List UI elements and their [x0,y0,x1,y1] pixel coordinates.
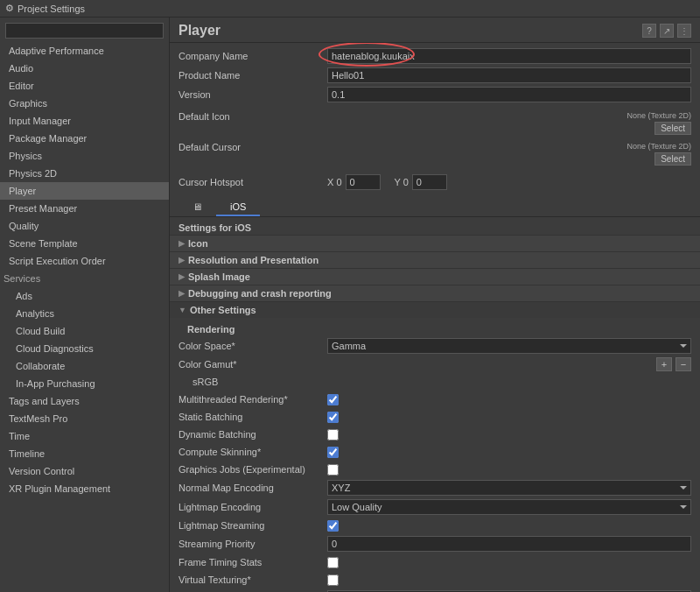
sidebar-item-time[interactable]: Time [0,427,169,445]
sidebar-item-preset-manager[interactable]: Preset Manager [0,200,169,217]
header-icons: ? ↗ ⋮ [642,24,691,38]
add-gamut-btn[interactable]: + [656,357,672,371]
company-name-section: Company Name Product Name Version [170,43,700,108]
other-settings-header[interactable]: ▼ Other Settings [170,301,700,318]
default-icon-label: Default Icon [178,111,327,122]
sidebar-item-textmesh-pro[interactable]: TextMesh Pro [0,410,169,427]
color-space-label: Color Space* [178,341,327,351]
other-settings-arrow: ▼ [178,306,186,314]
rendering-title: Rendering [178,321,691,336]
sidebar-item-input-manager[interactable]: Input Manager [0,112,169,130]
scrollable-content: Company Name Product Name Version Defaul… [170,43,700,592]
menu-icon[interactable]: ⋮ [677,24,691,38]
sidebar-item-xr-plugin[interactable]: XR Plugin Management [0,480,169,497]
cursor-hotspot-y-input[interactable] [412,174,447,190]
pc-icon: 🖥 [192,201,202,212]
default-icon-texture: None (Texture 2D) [626,111,691,120]
sidebar-item-services[interactable]: Services [0,270,169,287]
sidebar: Adaptive Performance Audio Editor Graphi… [0,18,170,592]
graphics-jobs-checkbox[interactable] [327,464,339,476]
sidebar-item-physics-2d[interactable]: Physics 2D [0,165,169,182]
icon-section-label: Icon [188,238,208,249]
default-cursor-select-btn[interactable]: Select [654,152,691,166]
other-settings-content: Rendering Color Space* Gamma Linear Colo… [170,318,700,592]
tab-ios[interactable]: iOS [216,199,260,216]
sidebar-item-tags-layers[interactable]: Tags and Layers [0,392,169,410]
dynamic-batching-checkbox[interactable] [327,429,339,440]
cursor-hotspot-row: Cursor Hotspot X 0 Y 0 [178,173,691,192]
tab-pc[interactable]: 🖥 [178,199,216,216]
sidebar-search-input[interactable] [5,23,164,39]
company-name-input[interactable] [327,48,691,64]
color-space-row: Color Space* Gamma Linear [178,336,691,356]
lightmap-streaming-checkbox[interactable] [327,520,339,532]
sidebar-item-ads[interactable]: Ads [0,287,169,305]
sidebar-item-analytics[interactable]: Analytics [0,305,169,322]
company-name-label: Company Name [178,51,327,61]
title-bar-label: Project Settings [18,4,85,14]
remove-gamut-btn[interactable]: − [676,357,691,371]
content-area: Player ? ↗ ⋮ Company Name Product Name [170,18,700,592]
lightmap-encoding-select[interactable]: Low Quality Normal Quality High Quality [327,499,691,515]
cursor-hotspot-x-input[interactable] [346,174,381,190]
default-icon-row: Default Icon None (Texture 2D) Select [170,108,700,138]
frame-timing-checkbox[interactable] [327,557,339,568]
compute-skinning-checkbox[interactable] [327,447,339,458]
default-cursor-controls: None (Texture 2D) Select [626,142,691,166]
sidebar-item-cloud-diagnostics[interactable]: Cloud Diagnostics [0,340,169,357]
normal-map-select[interactable]: XYZ DXT5nm-style [327,480,691,496]
cursor-hotspot-y-label: Y 0 [395,177,409,187]
title-bar: ⚙ Project Settings [0,0,700,18]
sidebar-item-audio[interactable]: Audio [0,60,169,77]
sidebar-item-physics[interactable]: Physics [0,147,169,165]
product-name-label: Product Name [178,70,327,81]
default-icon-select-btn[interactable]: Select [654,122,691,135]
lightmap-encoding-label: Lightmap Encoding [178,502,327,512]
popout-icon[interactable]: ↗ [660,24,674,38]
dynamic-batching-row: Dynamic Batching [178,426,691,443]
shader-precision-row: Shader precision model* Use platform def… [178,588,691,592]
sidebar-item-version-control[interactable]: Version Control [0,462,169,480]
resolution-section-header[interactable]: ▶ Resolution and Presentation [170,251,700,268]
platform-tabs: 🖥 iOS [170,199,700,217]
sidebar-item-quality[interactable]: Quality [0,217,169,235]
content-header: Player ? ↗ ⋮ [170,18,700,43]
version-input[interactable] [327,87,691,102]
color-gamut-controls: + − [327,357,691,371]
compute-skinning-row: Compute Skinning* [178,443,691,461]
streaming-priority-input[interactable] [327,536,691,552]
sidebar-item-adaptive-performance[interactable]: Adaptive Performance [0,42,169,60]
ios-tab-label: iOS [230,201,246,212]
sidebar-item-timeline[interactable]: Timeline [0,445,169,462]
default-cursor-texture: None (Texture 2D) [626,142,691,151]
sidebar-item-cloud-build[interactable]: Cloud Build [0,322,169,340]
sidebar-item-package-manager[interactable]: Package Manager [0,130,169,147]
product-name-input[interactable] [327,67,691,83]
sidebar-item-editor[interactable]: Editor [0,77,169,95]
sidebar-item-script-execution[interactable]: Script Execution Order [0,252,169,270]
sidebar-item-scene-template[interactable]: Scene Template [0,235,169,252]
srgb-row: sRGB [178,373,691,391]
sidebar-item-collaborate[interactable]: Collaborate [0,357,169,375]
version-label: Version [178,89,327,100]
sidebar-item-in-app-purchasing[interactable]: In-App Purchasing [0,375,169,392]
resolution-section-arrow: ▶ [178,256,185,264]
project-icon: ⚙ [5,3,14,14]
static-batching-checkbox[interactable] [327,412,339,423]
static-batching-row: Static Batching [178,408,691,426]
settings-for-ios-label: Settings for iOS [170,217,700,235]
frame-timing-row: Frame Timing Stats [178,553,691,571]
icon-section-header[interactable]: ▶ Icon [170,235,700,251]
company-name-row: Company Name [178,46,691,66]
sidebar-item-player[interactable]: Player [0,182,169,200]
sidebar-item-graphics[interactable]: Graphics [0,95,169,112]
compute-skinning-label: Compute Skinning* [178,447,327,457]
streaming-priority-label: Streaming Priority [178,539,327,549]
debugging-section-header[interactable]: ▶ Debugging and crash reporting [170,285,700,301]
multithreaded-checkbox[interactable] [327,394,339,405]
virtual-texturing-checkbox[interactable] [327,574,339,586]
splash-section-header[interactable]: ▶ Splash Image [170,268,700,285]
help-icon[interactable]: ? [642,24,656,38]
color-space-select[interactable]: Gamma Linear [327,338,691,354]
multithreaded-row: Multithreaded Rendering* [178,391,691,408]
